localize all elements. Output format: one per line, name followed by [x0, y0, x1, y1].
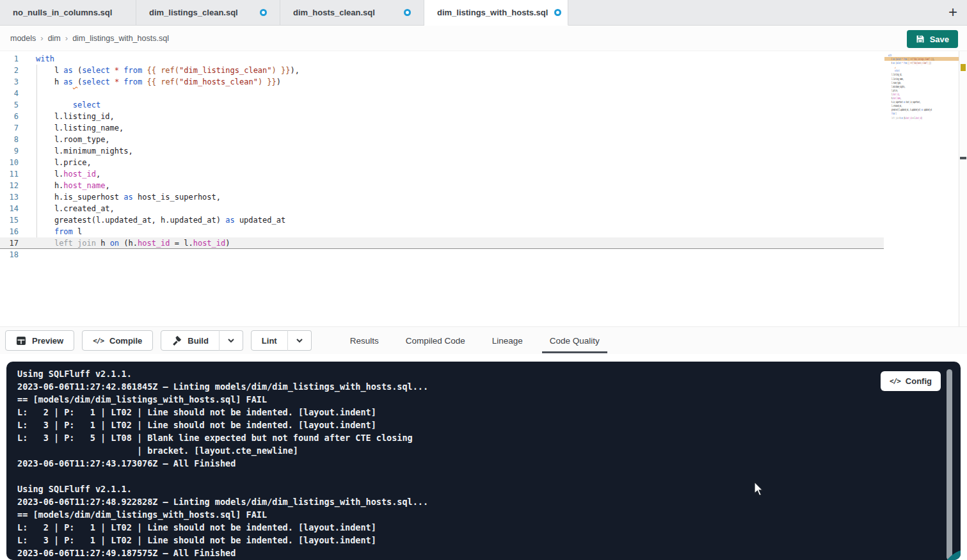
editor-toolbar: Preview </> Compile Build	[0, 326, 967, 354]
code-icon: </>	[890, 377, 900, 385]
unsaved-changes-icon	[554, 9, 561, 16]
line-number: 6	[0, 111, 19, 122]
code-token: l.	[36, 170, 63, 179]
editor-tab-dim_listings_with_hosts[interactable]: dim_listings_with_hosts.sql	[424, 0, 568, 26]
preview-button[interactable]: Preview	[5, 330, 74, 351]
tab-bar: no_nulls_in_columns.sqldim_listings_clea…	[0, 0, 967, 26]
code-line[interactable]: 14 l.created_at,	[0, 203, 967, 214]
compile-button[interactable]: </> Compile	[82, 330, 153, 351]
code-token: ) }}	[258, 77, 276, 86]
build-dropdown-button[interactable]	[219, 330, 243, 351]
line-number: 14	[0, 203, 19, 214]
code-line-text: from l	[36, 226, 82, 237]
code-token: host_name	[63, 181, 105, 190]
code-line[interactable]: 5 select	[0, 99, 967, 111]
code-line[interactable]: 11 l.host_id,	[0, 168, 967, 180]
code-line[interactable]: 2 l as (select * from {{ ref("dim_listin…	[0, 65, 967, 76]
code-line[interactable]: 7 l.listing_name,	[0, 122, 967, 134]
code-line[interactable]: 17 left join h on (h.host_id = l.host_id…	[0, 237, 884, 249]
line-number: 2	[0, 65, 19, 76]
code-line[interactable]: 13 h.is_superhost as host_is_superhost,	[0, 191, 967, 203]
editor-tab-dim_listings_clean[interactable]: dim_listings_clean.sql	[136, 0, 280, 25]
panel-tabs: ResultsCompiled CodeLineageCode Quality	[348, 327, 602, 354]
code-line[interactable]: 4	[0, 88, 967, 99]
code-token: {{ ref(	[147, 77, 179, 86]
code-line[interactable]: 12 h.host_name,	[0, 180, 967, 191]
minimap[interactable]: with l as (select * from {{ ref("dim_lis…	[888, 53, 957, 124]
line-number: 5	[0, 99, 19, 111]
code-line[interactable]: 6 l.listing_id,	[0, 111, 967, 122]
code-line-text: l as (select * from {{ ref("dim_listings…	[36, 65, 300, 76]
code-token: l.listing_id,	[36, 112, 115, 121]
code-token: select	[82, 77, 109, 86]
lint-button[interactable]: Lint	[251, 330, 288, 351]
code-token: h.is_superhost	[36, 193, 124, 202]
code-line[interactable]: 10 l.price,	[0, 157, 967, 168]
panel-tab-code-quality[interactable]: Code Quality	[547, 327, 602, 354]
code-editor[interactable]: 1with2 l as (select * from {{ ref("dim_l…	[0, 51, 967, 326]
code-token: as	[225, 216, 234, 225]
panel-tab-lineage[interactable]: Lineage	[490, 327, 525, 354]
code-token: select	[73, 100, 100, 109]
line-number: 7	[0, 122, 19, 134]
config-button[interactable]: </> Config	[881, 371, 941, 391]
unsaved-changes-icon	[404, 9, 411, 16]
code-token: = l.	[170, 239, 193, 248]
code-line[interactable]: 1with	[0, 53, 967, 65]
code-line-text	[36, 249, 40, 260]
line-number: 17	[0, 237, 19, 248]
line-number: 10	[0, 157, 19, 168]
code-line[interactable]: 18	[0, 249, 967, 260]
terminal-line: L: 3 | P: 5 | LT08 | Blank line expected…	[17, 431, 961, 444]
code-line-text: l.host_id,	[36, 168, 100, 180]
code-line[interactable]: 16 from l	[0, 226, 967, 237]
code-line[interactable]: 9 l.minimum_nights,	[0, 145, 967, 157]
hammer-icon	[172, 335, 182, 346]
code-token: host_id	[193, 239, 226, 248]
terminal-panel: Using SQLFluff v2.1.1.2023-06-06T11:27:4…	[6, 362, 961, 560]
code-token	[73, 77, 77, 86]
code-line[interactable]: 3 h as (select * from {{ ref("dim_hosts_…	[0, 76, 967, 88]
code-token: as	[63, 66, 72, 75]
terminal-line: L: 2 | P: 1 | LT02 | Line should not be …	[17, 521, 961, 534]
code-token: l	[36, 66, 63, 75]
code-token: greatest(l.updated_at, h.updated_at)	[36, 216, 225, 225]
terminal-line: == [models/dim/dim_listings_with_hosts.s…	[17, 508, 961, 521]
code-token: host_is_superhost,	[133, 193, 221, 202]
breadcrumb-item[interactable]: models	[10, 34, 36, 43]
mouse-cursor-icon	[754, 481, 765, 499]
compile-label: Compile	[109, 336, 142, 346]
unsaved-changes-icon	[260, 9, 267, 16]
breadcrumb-item[interactable]: dim	[48, 34, 61, 43]
code-line[interactable]: 8 l.room_type,	[0, 134, 967, 145]
lint-dropdown-button[interactable]	[287, 330, 312, 351]
code-token	[36, 239, 54, 248]
code-token: from	[124, 66, 142, 75]
code-icon: </>	[93, 337, 104, 345]
save-button[interactable]: Save	[907, 30, 958, 48]
panel-tab-results[interactable]: Results	[348, 327, 381, 354]
terminal-line: L: 2 | P: 1 | LT02 | Line should not be …	[17, 406, 961, 419]
editor-tab-no_nulls_in_columns[interactable]: no_nulls_in_columns.sql	[0, 0, 136, 25]
breadcrumb-item[interactable]: dim_listings_with_hosts.sql	[72, 34, 169, 43]
code-line-text	[36, 88, 40, 99]
panel-tab-compiled-code[interactable]: Compiled Code	[403, 327, 468, 354]
chevron-down-icon	[296, 338, 303, 343]
terminal-line: L: 3 | P: 1 | LT02 | Line should not be …	[17, 534, 961, 547]
tab-label: dim_hosts_clean.sql	[293, 8, 375, 17]
code-token: h.	[36, 181, 63, 190]
code-line[interactable]: 15 greatest(l.updated_at, h.updated_at) …	[0, 214, 967, 226]
code-line-text: l.price,	[36, 157, 92, 168]
new-tab-button[interactable]: +	[944, 3, 962, 21]
code-token: ),	[290, 66, 299, 75]
terminal-scrollbar[interactable]	[947, 369, 952, 560]
terminal-line: 2023-06-06T11:27:49.187575Z – All Finish…	[17, 547, 961, 559]
editor-tab-dim_hosts_clean[interactable]: dim_hosts_clean.sql	[280, 0, 424, 25]
code-token: (h.	[119, 239, 138, 248]
build-button[interactable]: Build	[161, 330, 220, 351]
editor-scrollbar[interactable]	[959, 51, 967, 326]
line-number: 13	[0, 191, 19, 203]
code-token: host_id	[63, 170, 96, 179]
terminal-output[interactable]: Using SQLFluff v2.1.1.2023-06-06T11:27:4…	[6, 362, 961, 559]
preview-label: Preview	[32, 336, 63, 346]
